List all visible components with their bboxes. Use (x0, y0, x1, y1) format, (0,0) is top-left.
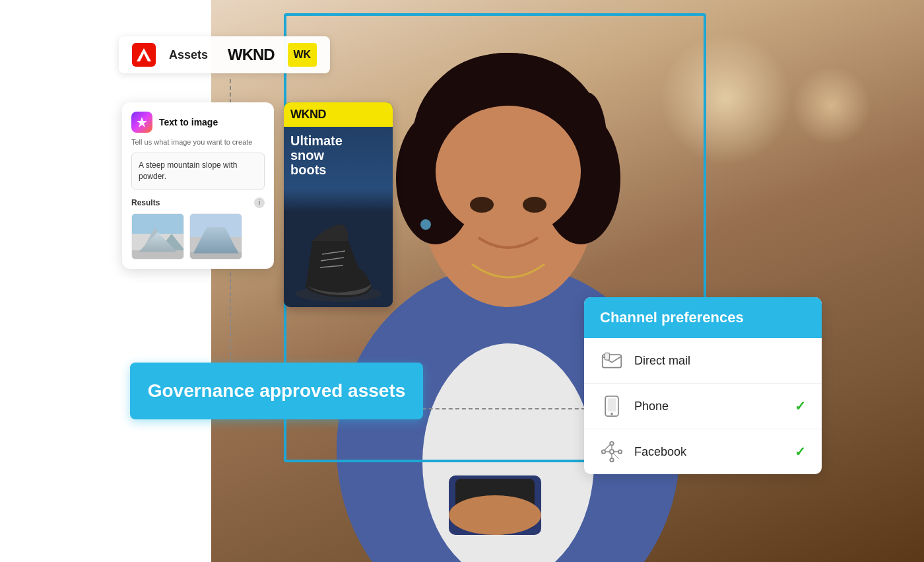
scene: Assets WKND WK Text to image Tell us wha… (0, 0, 924, 562)
channel-item-facebook: Facebook ✓ (584, 429, 822, 474)
panel-title: Text to image (159, 117, 218, 127)
governance-text: Governance approved assets (148, 380, 406, 402)
svg-point-35 (610, 450, 614, 454)
top-bar: Assets WKND WK (119, 36, 330, 73)
svg-rect-33 (608, 398, 616, 411)
channel-panel: Channel preferences Direct mail (584, 297, 822, 474)
text-to-image-panel: Text to image Tell us what image you wan… (122, 102, 274, 269)
svg-line-44 (605, 444, 610, 450)
channel-name-direct-mail: Direct mail (634, 354, 806, 368)
svg-rect-21 (190, 214, 242, 260)
svg-point-37 (618, 450, 622, 453)
wknd-logo: WKND (228, 46, 275, 64)
result-image-1 (131, 213, 184, 260)
text-input-box: A steep mountain slope with powder. (131, 153, 265, 190)
info-icon: i (254, 197, 265, 208)
svg-rect-20 (132, 250, 184, 260)
svg-point-9 (436, 106, 581, 238)
assets-label: Assets (169, 48, 208, 62)
phone-icon (600, 394, 624, 418)
svg-point-36 (602, 450, 605, 453)
results-images (131, 213, 265, 260)
channel-item-direct-mail: Direct mail (584, 338, 822, 384)
results-label: Results (131, 198, 160, 207)
network-icon (600, 440, 624, 464)
panel-header: Text to image (131, 112, 265, 133)
channel-item-phone: Phone ✓ (584, 384, 822, 429)
product-card: WKND Ultimate snow boots (284, 102, 393, 307)
svg-point-38 (610, 442, 613, 445)
facebook-check-icon: ✓ (795, 444, 806, 460)
wk-badge: WK (288, 43, 317, 67)
ai-icon (131, 112, 152, 133)
mail-icon (600, 349, 624, 372)
product-card-brand: WKND (284, 102, 393, 127)
governance-banner: Governance approved assets (130, 363, 423, 419)
phone-check-icon: ✓ (795, 398, 806, 414)
channel-panel-header: Channel preferences (584, 297, 822, 338)
result-image-2 (189, 213, 242, 260)
channel-name-facebook: Facebook (634, 445, 795, 459)
svg-rect-25 (190, 252, 242, 260)
svg-rect-31 (605, 353, 609, 360)
svg-point-34 (610, 413, 613, 415)
product-card-title: Ultimate snow boots (284, 127, 393, 180)
svg-point-12 (420, 219, 431, 230)
svg-point-10 (470, 197, 494, 213)
results-header: Results i (131, 197, 265, 208)
svg-point-39 (610, 458, 613, 462)
channel-panel-title: Channel preferences (600, 309, 806, 326)
adobe-logo (132, 43, 156, 67)
product-card-image (284, 188, 393, 307)
svg-point-11 (523, 197, 546, 213)
svg-line-45 (614, 454, 619, 459)
svg-point-15 (449, 495, 541, 535)
channel-name-phone: Phone (634, 400, 795, 413)
panel-subtitle: Tell us what image you want to create (131, 138, 265, 146)
bokeh-light-2 (792, 66, 871, 145)
